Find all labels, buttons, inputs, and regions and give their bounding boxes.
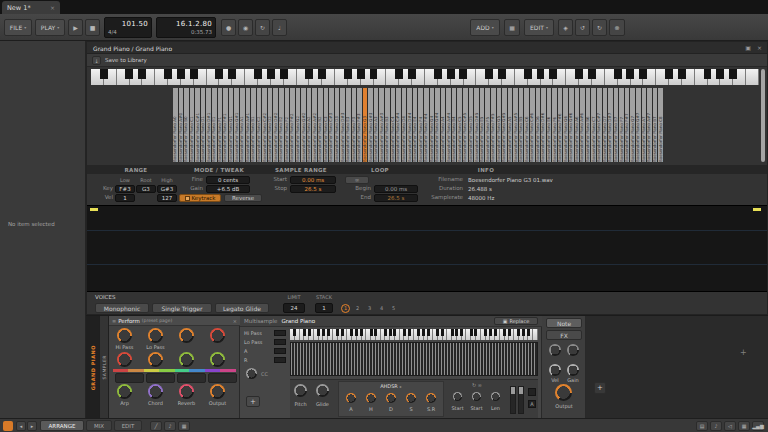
sample-zone[interactable]: Boesendorfer Piano A#1	[246, 88, 251, 162]
sample-zone[interactable]: Boesendorfer Piano D#5	[474, 88, 479, 162]
sample-zone[interactable]: Boesendorfer Piano G#3	[368, 88, 373, 162]
sample-zone[interactable]: Boesendorfer Piano E1	[212, 88, 217, 162]
piano-key-black[interactable]	[729, 69, 737, 79]
edit-view-button[interactable]: EDIT	[114, 420, 142, 431]
piano-key-black[interactable]	[451, 329, 454, 336]
mod-route-box[interactable]	[528, 388, 536, 396]
piano-key-black[interactable]	[665, 69, 673, 79]
sample-zone[interactable]: Boesendorfer Piano C5	[457, 88, 462, 162]
tab-close-icon[interactable]: ×	[50, 4, 55, 11]
sample-zone[interactable]: Boesendorfer Piano E6	[547, 88, 552, 162]
single-trigger-toggle[interactable]: Single Trigger	[152, 303, 212, 313]
sample-zone[interactable]: Boesendorfer Piano C#2	[262, 88, 267, 162]
sample-zone[interactable]: Boesendorfer Piano F2	[285, 88, 290, 162]
glide-knob[interactable]	[316, 384, 329, 397]
loop-icons[interactable]: ↻ ∞	[448, 382, 506, 388]
fine-value[interactable]: 0 cents	[206, 176, 250, 184]
piano-key-black[interactable]	[350, 329, 353, 336]
sample-zone-selected[interactable]: Boesendorfer Piano G3	[363, 88, 368, 162]
statusbar-panel-icon[interactable]: ▤	[696, 421, 708, 431]
piano-key-black[interactable]	[427, 329, 430, 336]
piano-key-black[interactable]	[228, 69, 236, 79]
arrange-view-button[interactable]: ARRANGE	[40, 420, 84, 431]
record-button[interactable]: ●	[221, 19, 236, 36]
stack-option-1[interactable]: 1	[341, 304, 350, 313]
sample-zone[interactable]: Boesendorfer Piano F3	[352, 88, 357, 162]
sample-zone[interactable]: Boesendorfer Piano F#1	[223, 88, 228, 162]
sample-zone[interactable]: Boesendorfer Piano G#2	[301, 88, 306, 162]
add-modulator-button[interactable]: +	[246, 396, 260, 407]
loop-button[interactable]: ↻	[255, 19, 270, 36]
piano-key-black[interactable]	[408, 69, 416, 79]
note-tab[interactable]: Note	[546, 318, 582, 328]
piano-key-black[interactable]	[305, 69, 313, 79]
tempo-display[interactable]: 101.50 4/4	[104, 17, 152, 38]
key-high-value[interactable]: G#3	[157, 185, 177, 193]
macro-knob[interactable]	[148, 328, 163, 343]
piano-key-black[interactable]	[524, 69, 532, 79]
sample-zone[interactable]: Boesendorfer Piano A#2	[312, 88, 317, 162]
piano-key-black[interactable]	[215, 69, 223, 79]
piano-key-black[interactable]	[280, 69, 288, 79]
piano-key-black[interactable]	[100, 69, 108, 79]
macro-knob[interactable]	[117, 384, 132, 399]
sample-zone[interactable]: Boesendorfer Piano G6	[563, 88, 568, 162]
util-knob[interactable]	[549, 344, 561, 356]
piano-key-black[interactable]	[508, 329, 511, 336]
key-root-value[interactable]: G3	[136, 185, 156, 193]
sample-zone[interactable]: Boesendorfer Piano A6	[575, 88, 580, 162]
sample-zone[interactable]: Boesendorfer Piano E2	[279, 88, 284, 162]
mod-amount-box[interactable]	[274, 339, 286, 345]
sample-waveform-timeline[interactable]	[87, 205, 767, 292]
statusbar-tool-icon[interactable]: ♪	[164, 421, 176, 431]
macro-button[interactable]	[208, 373, 237, 383]
sample-zone[interactable]: Boesendorfer Piano C3	[324, 88, 329, 162]
add-track-device-button[interactable]: +	[740, 348, 747, 357]
sample-zone[interactable]: Boesendorfer Piano A#7	[647, 88, 652, 162]
mod-source-hipass[interactable]: Hi Pass	[244, 331, 262, 336]
piano-key-black[interactable]	[489, 329, 492, 336]
piano-key-black[interactable]	[527, 329, 530, 336]
env-stage-knob[interactable]	[406, 393, 416, 403]
sample-zone[interactable]: Boesendorfer Piano G2	[296, 88, 301, 162]
sampler-mini-keyboard[interactable]	[290, 329, 538, 340]
sample-zone[interactable]: Boesendorfer Piano A2	[307, 88, 312, 162]
range-marker-left[interactable]	[90, 208, 98, 211]
macro-knob[interactable]	[148, 384, 163, 399]
piano-key-black[interactable]	[360, 329, 363, 336]
sample-zone[interactable]: Boesendorfer Piano C#4	[396, 88, 401, 162]
reverse-toggle[interactable]: Reverse	[224, 194, 262, 202]
sample-zone[interactable]: Boesendorfer Piano A0	[173, 88, 178, 162]
piano-key-black[interactable]	[494, 329, 497, 336]
keytrack-toggle[interactable]: Keytrack	[179, 194, 221, 202]
legato-glide-toggle[interactable]: Legato Glide	[215, 303, 269, 313]
piano-key-black[interactable]	[484, 329, 487, 336]
statusbar-panel-icon[interactable]: ◁	[724, 421, 736, 431]
piano-key-black[interactable]	[374, 329, 377, 336]
piano-key-black[interactable]	[177, 69, 185, 79]
sample-zone[interactable]: Boesendorfer Piano A4	[441, 88, 446, 162]
song-time-value[interactable]: 0:35.73	[160, 29, 212, 35]
pitch-knob[interactable]	[294, 384, 307, 397]
mod-amount-box[interactable]	[274, 330, 286, 336]
stack-selector[interactable]: 12345	[341, 303, 398, 313]
piano-key-black[interactable]	[441, 329, 444, 336]
track-header-strip[interactable]: GRAND PIANO	[86, 316, 99, 419]
piano-key-black[interactable]	[716, 69, 724, 79]
sample-zone[interactable]: Boesendorfer Piano E3	[346, 88, 351, 162]
sample-zone[interactable]: Boesendorfer Piano C7	[591, 88, 596, 162]
piano-key-black[interactable]	[355, 329, 358, 336]
sample-zone[interactable]: Boesendorfer Piano C#7	[597, 88, 602, 162]
piano-key-black[interactable]	[434, 69, 442, 79]
piano-key-black[interactable]	[537, 69, 545, 79]
sample-zone[interactable]: Boesendorfer Piano G#4	[435, 88, 440, 162]
file-menu-button[interactable]: FILE ▾	[4, 19, 32, 36]
sample-zone[interactable]: Boesendorfer Piano G5	[497, 88, 502, 162]
sample-zone[interactable]: Boesendorfer Piano A1	[240, 88, 245, 162]
util-knob[interactable]	[567, 344, 579, 356]
key-low-value[interactable]: F#3	[115, 185, 135, 193]
replace-button[interactable]: ▣ Replace	[494, 317, 538, 325]
piano-key-black[interactable]	[678, 69, 686, 79]
env-stage-knob[interactable]	[386, 393, 396, 403]
start-value[interactable]: 0.00 ms	[290, 176, 336, 184]
